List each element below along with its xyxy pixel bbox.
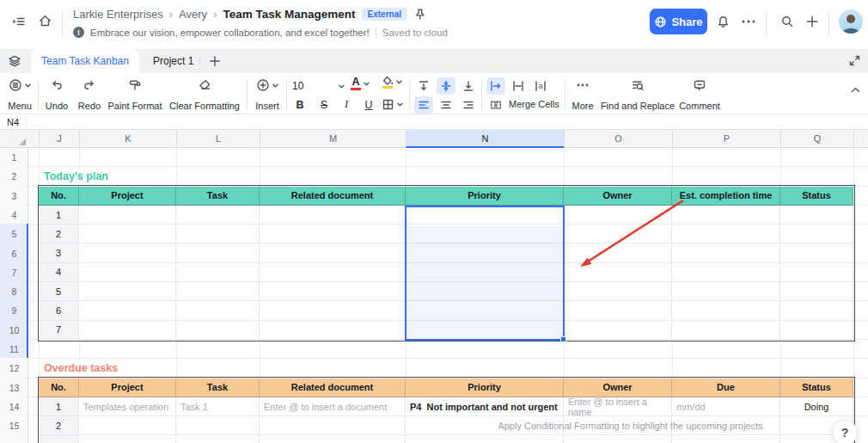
find-and-replace-button[interactable]: Find and Replace [600,77,675,112]
cell-no[interactable]: 2 [39,416,79,435]
cell[interactable] [564,225,672,243]
cell-no[interactable] [39,435,79,443]
cell-task[interactable]: Task 1 [176,397,260,416]
clear-formatting-button[interactable]: Clear Formatting [165,77,244,112]
cell-no[interactable]: 6 [39,301,79,320]
text-color-button[interactable]: A [351,77,370,90]
home-icon[interactable] [38,14,52,28]
cell[interactable] [564,435,672,443]
expand-fullscreen-icon[interactable] [848,54,861,67]
tab-team-task-kanban[interactable]: Team Task Kanban [31,49,139,73]
cell[interactable] [564,263,672,282]
undo-button[interactable]: Undo [41,77,72,112]
cell[interactable] [176,416,260,435]
overdue-header-cell[interactable]: Owner [564,378,672,397]
overdue-header-cell[interactable]: Task [176,378,260,397]
cell-no[interactable]: 7 [39,321,79,340]
column-header-K[interactable]: K [79,130,176,148]
more-tools-button[interactable]: More [567,77,598,112]
sidebar-toggle-icon[interactable] [12,15,26,28]
notifications-bell-icon[interactable] [716,15,730,29]
cell[interactable] [564,243,672,262]
redo-button[interactable]: Redo [74,77,105,112]
fill-color-button[interactable] [382,76,403,89]
today-header-cell[interactable]: Owner [564,187,672,206]
valign-top-button[interactable] [414,77,433,95]
cell-priority[interactable]: P4 Not important and not urgent [406,397,564,416]
cell[interactable] [79,206,176,225]
breadcrumb-item[interactable]: Avery [179,8,207,21]
cell[interactable] [672,321,780,340]
text-wrap-button[interactable] [486,77,505,95]
cell[interactable] [176,263,260,282]
column-header-Q[interactable]: Q [780,130,853,148]
cell[interactable] [672,243,780,262]
font-size-select[interactable]: 10 [292,78,345,94]
bold-button[interactable]: B [290,96,309,113]
cell[interactable] [176,225,260,243]
cell[interactable] [564,282,672,301]
today-header-cell[interactable]: Related document [260,187,406,206]
row-header-10[interactable]: 10 [0,321,28,340]
today-plan-title[interactable]: Today's plan [44,167,108,186]
cell[interactable] [260,435,406,443]
cell-no[interactable]: 1 [39,206,79,225]
overdue-tasks-title[interactable]: Overdue tasks [44,359,118,378]
valign-middle-button[interactable] [437,77,455,95]
merge-cells-button[interactable]: Merge Cells [509,99,559,109]
row-header-9[interactable]: 9 [0,301,28,320]
column-header-N[interactable]: N [406,130,564,148]
row-header-2[interactable]: 2 [0,167,28,186]
user-avatar[interactable] [839,9,863,34]
column-header-J[interactable]: J [39,130,79,148]
halign-left-button[interactable] [414,96,433,114]
strikethrough-button[interactable]: S [315,96,333,113]
row-header-14[interactable]: 14 [0,397,28,416]
cell-no[interactable]: 3 [39,243,79,262]
paint-format-button[interactable]: Paint Format [103,77,167,112]
cell[interactable] [780,301,853,320]
cell[interactable] [406,225,564,243]
cell[interactable] [79,435,176,443]
cell[interactable] [564,321,672,340]
new-document-plus-icon[interactable] [805,15,819,28]
cell[interactable] [260,206,406,225]
merge-cells-icon[interactable] [486,96,505,114]
cell[interactable] [260,321,406,340]
name-box[interactable]: N4 [7,114,19,130]
cell[interactable] [564,206,672,225]
cell-no[interactable]: 5 [39,282,79,301]
row-header-5[interactable]: 5 [0,225,28,243]
overdue-header-cell[interactable]: Project [79,378,176,397]
cell[interactable] [176,301,260,320]
column-header-L[interactable]: L [176,130,260,148]
row-header-11[interactable]: 11 [0,340,28,359]
row-header-12[interactable]: 12 [0,359,28,378]
insert-button[interactable]: Insert [249,77,285,112]
cell[interactable] [260,416,406,435]
cell[interactable] [672,282,780,301]
cell[interactable] [406,301,564,320]
help-button[interactable]: ? [832,420,858,443]
cell[interactable] [260,225,406,243]
row-header-13[interactable]: 13 [0,378,28,397]
today-header-cell[interactable]: No. [39,187,79,206]
halign-center-button[interactable] [437,96,455,114]
row-header-15[interactable]: 15 [0,416,28,435]
cell-project[interactable]: Templates operation [79,397,176,416]
cell[interactable] [406,206,564,225]
select-all-corner[interactable] [0,130,28,148]
underline-button[interactable]: U [359,96,378,113]
today-header-cell[interactable]: Est. completion time [672,187,780,206]
text-clip-button[interactable] [509,77,528,95]
cell[interactable] [176,321,260,340]
cell-status[interactable]: Doing [780,397,853,416]
cell[interactable] [672,263,780,282]
cell[interactable] [79,243,176,262]
cell-no[interactable]: 1 [39,397,79,416]
row-header-8[interactable]: 8 [0,282,28,301]
column-header-R[interactable] [853,130,868,148]
column-header-M[interactable]: M [260,130,406,148]
row-header-7[interactable]: 7 [0,263,28,282]
italic-button[interactable]: I [337,96,356,113]
